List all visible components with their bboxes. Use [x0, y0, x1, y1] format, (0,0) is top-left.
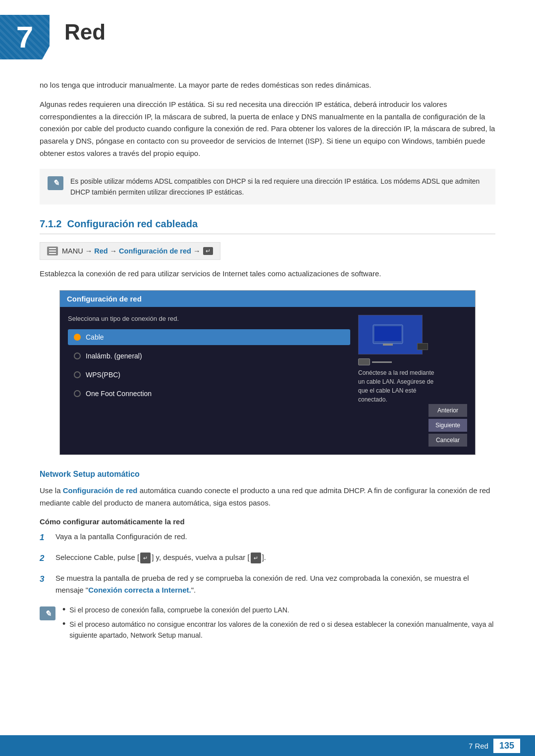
- step-text-2: Seleccione Cable, pulse [↵] y, después, …: [55, 552, 495, 564]
- page-footer: 7 Red 135: [0, 735, 535, 756]
- note-bullets: ✎ • Si el proceso de conexión falla, com…: [40, 605, 495, 644]
- bullet-text-2: Si el proceso automático no consigue enc…: [69, 619, 495, 641]
- ui-btn-siguiente[interactable]: Siguiente: [428, 419, 467, 432]
- sub-heading-network-setup: Network Setup automático: [40, 470, 495, 479]
- ui-btn-cancelar[interactable]: Cancelar: [428, 434, 467, 447]
- chapter-title: Red: [50, 15, 106, 45]
- step-num-3: 3: [40, 572, 50, 586]
- intro-paragraph-2: Algunas redes requieren una dirección IP…: [40, 99, 495, 160]
- option-label-wps: WPS(PBC): [86, 371, 120, 379]
- option-label-onefoot: One Foot Connection: [86, 390, 152, 398]
- menu-icon: [47, 247, 58, 255]
- ui-option-wps[interactable]: WPS(PBC): [68, 367, 350, 383]
- footer-page: 135: [493, 739, 520, 753]
- establish-text: Establezca la conexión de red para utili…: [40, 268, 495, 280]
- radio-cable: [74, 334, 81, 341]
- ui-option-cable[interactable]: Cable: [68, 329, 350, 345]
- chapter-number: 7: [16, 22, 33, 52]
- svg-rect-4: [374, 326, 401, 341]
- radio-onefoot: [74, 390, 81, 397]
- ui-btn-anterior[interactable]: Anterior: [428, 404, 467, 417]
- note-box-1: ✎ Es posible utilizar módems ADSL compat…: [40, 169, 495, 205]
- step-2: 2 Seleccione Cable, pulse [↵] y, después…: [40, 552, 495, 565]
- bullet-text-1: Si el proceso de conexión falla, comprue…: [69, 605, 495, 615]
- enter-btn-2: ↵: [251, 553, 261, 563]
- option-label-cable: Cable: [86, 333, 104, 341]
- bullet-item-1: • Si el proceso de conexión falla, compr…: [62, 605, 495, 615]
- radio-wps: [74, 371, 81, 378]
- connection-ok-label: Conexión correcta a Internet.: [88, 586, 191, 594]
- step-text-1: Vaya a la pantalla Configuración de red.: [55, 531, 495, 543]
- menu-arrow-3: →: [193, 247, 201, 255]
- menu-path: MANU → Red → Configuración de red → ↵: [40, 242, 220, 260]
- note-icon-2: ✎: [40, 606, 55, 620]
- step-text-3: Se muestra la pantalla de prueba de red …: [55, 572, 495, 597]
- main-content: no los tenga que introducir manualmente.…: [0, 79, 535, 644]
- ui-body: Selecciona un tipo de conexión de red. C…: [60, 307, 475, 454]
- ui-mockup: Configuración de red Selecciona un tipo …: [59, 290, 476, 455]
- menu-enter-icon: ↵: [203, 247, 213, 255]
- steps-list: 1 Vaya a la pantalla Configuración de re…: [40, 531, 495, 597]
- ui-left: Selecciona un tipo de conexión de red. C…: [68, 315, 350, 447]
- ui-title-bar: Configuración de red: [60, 291, 475, 307]
- bullets-content: • Si el proceso de conexión falla, compr…: [62, 605, 495, 644]
- menu-item-config: Configuración de red: [119, 247, 191, 255]
- auto-text: Use la Configuración de red automática c…: [40, 485, 495, 509]
- ui-info-text: Conéctese a la red mediante un cable LAN…: [358, 368, 437, 404]
- chapter-header: 7 Red: [0, 0, 535, 69]
- ui-option-onefoot[interactable]: One Foot Connection: [68, 386, 350, 402]
- ui-buttons: Anterior Siguiente Cancelar: [428, 404, 467, 447]
- step-3: 3 Se muestra la pantalla de prueba de re…: [40, 572, 495, 597]
- config-red-label: Configuración de red: [63, 486, 138, 495]
- ui-option-wireless[interactable]: Inalámb. (general): [68, 348, 350, 364]
- step-num-2: 2: [40, 552, 50, 565]
- note-text-1: Es posible utilizar módems ADSL compatib…: [70, 176, 487, 198]
- step-num-1: 1: [40, 531, 50, 545]
- svg-rect-5: [383, 344, 393, 346]
- svg-rect-0: [49, 248, 56, 249]
- chapter-number-block: 7: [0, 15, 50, 59]
- svg-rect-1: [49, 251, 56, 252]
- section-heading: 7.1.2 Configuración red cableada: [40, 218, 495, 234]
- intro-paragraph-1: no los tenga que introducir manualmente.…: [40, 79, 495, 92]
- menu-manu-label: MANU: [62, 247, 83, 255]
- menu-item-red: Red: [94, 247, 107, 255]
- ui-right: Conéctese a la red mediante un cable LAN…: [358, 315, 467, 447]
- option-label-wireless: Inalámb. (general): [86, 352, 142, 360]
- footer-label: 7 Red: [469, 742, 488, 750]
- menu-arrow-2: →: [110, 247, 117, 255]
- radio-wireless: [74, 353, 81, 359]
- ui-image-box: [358, 315, 423, 354]
- menu-arrow-1: →: [85, 247, 93, 255]
- bullet-item-2: • Si el proceso automático no consigue e…: [62, 619, 495, 641]
- ui-subtitle: Selecciona un tipo de conexión de red.: [68, 315, 350, 322]
- step-1: 1 Vaya a la pantalla Configuración de re…: [40, 531, 495, 545]
- svg-rect-2: [49, 253, 56, 254]
- note-icon-1: ✎: [48, 176, 63, 190]
- enter-btn-1: ↵: [140, 553, 151, 563]
- how-to-heading: Cómo configurar automáticamente la red: [40, 517, 495, 526]
